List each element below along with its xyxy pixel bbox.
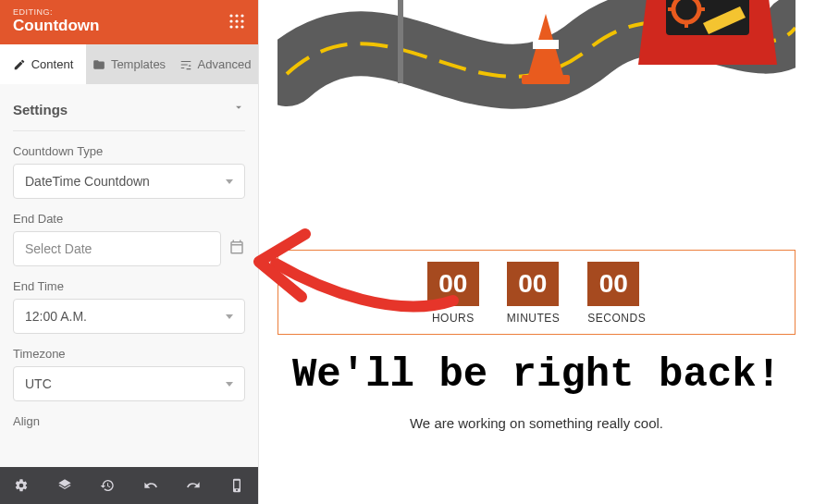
section-header-settings[interactable]: Settings — [13, 84, 245, 131]
hero-illustration — [278, 0, 796, 157]
tabs: Content Templates Advanced — [0, 44, 258, 84]
caret-down-icon — [226, 314, 233, 319]
end-date-input[interactable]: Select Date — [13, 231, 221, 266]
countdown-hours-label: HOURS — [427, 312, 479, 325]
history-icon — [100, 478, 115, 493]
select-value: DateTime Countdown — [25, 174, 150, 189]
gear-icon — [14, 478, 29, 493]
tab-templates[interactable]: Templates — [86, 44, 172, 84]
undo-button[interactable] — [130, 467, 173, 504]
tab-advanced[interactable]: Advanced — [172, 44, 258, 84]
countdown-seconds-label: SECONDS — [587, 312, 646, 325]
bottom-toolbar — [0, 467, 258, 504]
field-label: Align — [13, 414, 245, 428]
svg-point-5 — [240, 19, 243, 22]
svg-rect-12 — [522, 75, 570, 84]
svg-point-0 — [229, 14, 232, 17]
select-value: UTC — [25, 376, 52, 391]
redo-button[interactable] — [172, 467, 216, 504]
tab-content[interactable]: Content — [0, 44, 86, 84]
select-value: 12:00 A.M. — [25, 309, 87, 324]
coming-soon-subtext: We are working on something really cool. — [278, 415, 796, 431]
field-label: Countdown Type — [13, 144, 245, 158]
field-countdown-type: Countdown Type DateTime Countdown — [13, 144, 245, 199]
svg-point-8 — [240, 25, 243, 28]
field-end-date: End Date Select Date — [13, 212, 245, 266]
countdown-container: 00 HOURS 00 MINUTES 00 SECONDS — [278, 250, 796, 335]
countdown-type-select[interactable]: DateTime Countdown — [13, 164, 245, 199]
field-label: End Date — [13, 212, 245, 226]
layers-button[interactable] — [43, 467, 87, 504]
sidebar-header: EDITING: Countdown — [0, 0, 258, 44]
section-title: Settings — [13, 102, 68, 117]
countdown-hours-value: 00 — [427, 262, 479, 306]
chevron-down-icon — [232, 101, 245, 117]
history-button[interactable] — [86, 467, 130, 504]
redo-icon — [186, 478, 201, 493]
pencil-icon — [13, 58, 26, 71]
svg-rect-9 — [398, 0, 403, 83]
editing-label: EDITING: — [13, 7, 99, 17]
layers-icon — [57, 478, 72, 493]
svg-point-2 — [240, 14, 243, 17]
countdown-seconds: 00 SECONDS — [587, 262, 646, 325]
svg-rect-11 — [533, 40, 559, 49]
countdown-hours: 00 HOURS — [427, 262, 479, 325]
sliders-icon — [179, 58, 192, 71]
svg-point-4 — [235, 19, 238, 22]
svg-point-6 — [229, 25, 232, 28]
end-time-select[interactable]: 12:00 A.M. — [13, 299, 245, 334]
calendar-icon[interactable] — [228, 239, 245, 259]
countdown-minutes: 00 MINUTES — [507, 262, 561, 325]
field-end-time: End Time 12:00 A.M. — [13, 279, 245, 334]
field-timezone: Timezone UTC — [13, 347, 245, 401]
timezone-select[interactable]: UTC — [13, 366, 245, 401]
countdown-seconds-value: 00 — [587, 262, 639, 306]
tab-label: Templates — [111, 57, 166, 71]
coming-soon-heading: We'll be right back! — [278, 351, 796, 399]
tab-label: Content — [31, 57, 74, 71]
widget-title: Countdown — [13, 17, 99, 35]
sidebar: EDITING: Countdown Content Templates Adv… — [0, 0, 259, 504]
undo-icon — [143, 478, 158, 493]
drag-handle-icon[interactable] — [228, 13, 245, 30]
svg-point-1 — [235, 14, 238, 17]
preview-area: 00 HOURS 00 MINUTES 00 SECONDS We'll be … — [259, 0, 814, 504]
field-label: End Time — [13, 279, 245, 293]
settings-button[interactable] — [0, 467, 43, 504]
tab-label: Advanced — [198, 57, 252, 71]
caret-down-icon — [226, 179, 233, 184]
road-svg — [278, 0, 796, 157]
field-label: Timezone — [13, 347, 245, 361]
caret-down-icon — [226, 382, 233, 387]
folder-icon — [92, 58, 105, 71]
svg-point-3 — [229, 19, 232, 22]
countdown-minutes-value: 00 — [507, 262, 559, 306]
mobile-icon — [229, 478, 244, 493]
svg-point-7 — [235, 25, 238, 28]
settings-panel: Settings Countdown Type DateTime Countdo… — [0, 84, 258, 467]
field-align: Align — [13, 414, 245, 428]
responsive-button[interactable] — [216, 467, 259, 504]
countdown-minutes-label: MINUTES — [507, 312, 561, 325]
